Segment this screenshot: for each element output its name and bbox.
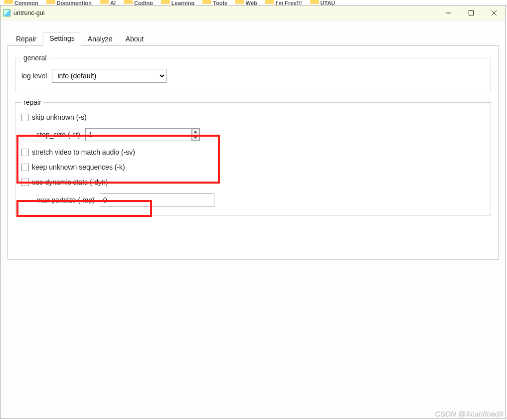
step-size-down-button[interactable] [192,135,199,141]
close-button[interactable] [483,5,506,20]
group-repair: repair skip unknown (-s) step_size (-st) [15,98,491,215]
max-partsize-label: max partsize (-mp) [36,196,95,204]
skip-unknown-checkbox[interactable] [21,114,29,121]
background-explorer-tabs: Common Documention AI Coding Learning To… [0,0,507,5]
group-general: general log level info (default) [15,54,491,91]
keep-unknown-label: keep unknown sequences (-k) [32,163,125,171]
tab-about[interactable]: About [119,32,151,46]
step-size-input[interactable] [86,129,191,141]
minimize-button[interactable] [437,5,460,20]
tab-strip: Repair Settings Analyze About [9,31,499,45]
step-size-up-button[interactable] [192,129,199,135]
max-partsize-input[interactable] [100,193,214,207]
loglevel-select[interactable]: info (default) [52,69,167,83]
client-area: Repair Settings Analyze About general lo… [0,21,506,419]
step-size-label: step_size (-st) [36,131,80,139]
settings-panel: general log level info (default) repair … [7,45,499,260]
dynamic-stats-checkbox[interactable] [21,179,29,186]
stretch-video-label: stretch video to match audio (-sv) [32,148,135,156]
app-window: untrunc-gui Repair Settings Analyze Abou… [0,5,506,419]
tab-analyze[interactable]: Analyze [81,32,119,46]
watermark: CSDN @XcantloadX [435,410,504,418]
svg-rect-1 [469,10,474,15]
app-icon [3,9,10,16]
stretch-video-checkbox[interactable] [21,149,29,156]
skip-unknown-label: skip unknown (-s) [32,113,87,121]
loglevel-label: log level [21,72,47,80]
dynamic-stats-label: use dynamic stats (-dyn) [32,178,108,186]
titlebar[interactable]: untrunc-gui [0,5,506,20]
maximize-button[interactable] [460,5,483,20]
group-general-legend: general [21,54,49,62]
group-repair-legend: repair [21,98,43,106]
tab-settings[interactable]: Settings [43,32,81,46]
step-size-spinner[interactable] [85,128,200,141]
keep-unknown-checkbox[interactable] [21,164,29,171]
window-title: untrunc-gui [13,9,437,16]
tab-repair[interactable]: Repair [9,32,43,46]
